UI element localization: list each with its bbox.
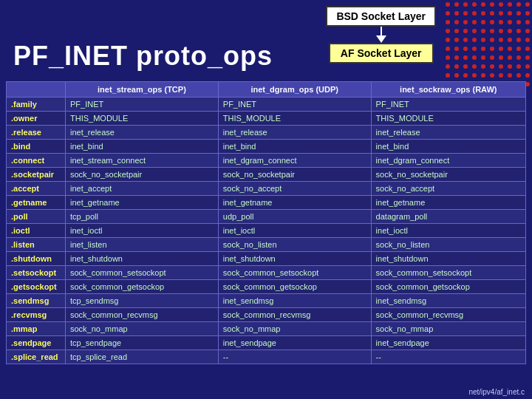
table-row: .ioctlinet_ioctlinet_ioctlinet_ioctl xyxy=(7,224,526,238)
cell-udp: udp_poll xyxy=(218,210,371,224)
table-row: .connectinet_stream_connectinet_dgram_co… xyxy=(7,154,526,168)
cell-tcp: inet_stream_connect xyxy=(66,154,219,168)
cell-udp: sock_common_getsockop xyxy=(218,280,371,294)
cell-udp: inet_dgram_connect xyxy=(218,154,371,168)
page-title: PF_INET proto_ops xyxy=(13,41,273,72)
cell-field: .setsockopt xyxy=(7,266,66,280)
cell-udp: sock_common_recvmsg xyxy=(218,308,371,322)
cell-tcp: inet_getname xyxy=(66,196,219,210)
table-row: .setsockoptsock_common_setsockoptsock_co… xyxy=(7,266,526,280)
cell-udp: sock_no_listen xyxy=(218,238,371,252)
cell-raw: inet_release xyxy=(371,126,525,140)
table-row: .splice_readtcp_splice_read---- xyxy=(7,350,526,364)
cell-tcp: tcp_sendpage xyxy=(66,336,219,350)
cell-field: .release xyxy=(7,126,66,140)
col-header-tcp: inet_stream_ops (TCP) xyxy=(66,82,219,98)
cell-udp: PF_INET xyxy=(218,98,371,112)
proto-ops-table-wrapper: inet_stream_ops (TCP) inet_dgram_ops (UD… xyxy=(6,81,526,383)
table-row: .releaseinet_releaseinet_releaseinet_rel… xyxy=(7,126,526,140)
cell-field: .poll xyxy=(7,210,66,224)
cell-field: .bind xyxy=(7,140,66,154)
cell-tcp: inet_shutdown xyxy=(66,252,219,266)
cell-udp: sock_no_socketpair xyxy=(218,168,371,182)
cell-raw: sock_common_getsockop xyxy=(371,280,525,294)
cell-raw: inet_getname xyxy=(371,196,525,210)
cell-tcp: inet_listen xyxy=(66,238,219,252)
cell-raw: sock_no_accept xyxy=(371,182,525,196)
layer-arrow xyxy=(376,27,386,43)
table-row: .mmapsock_no_mmapsock_no_mmapsock_no_mma… xyxy=(7,322,526,336)
table-row: .listeninet_listensock_no_listensock_no_… xyxy=(7,238,526,252)
cell-raw: inet_shutdown xyxy=(371,252,525,266)
layer-diagram: BSD Socket Layer AF Socket Layer xyxy=(326,6,436,64)
cell-tcp: sock_no_socketpair xyxy=(66,168,219,182)
cell-tcp: tcp_poll xyxy=(66,210,219,224)
cell-field: .socketpair xyxy=(7,168,66,182)
cell-field: .getname xyxy=(7,196,66,210)
cell-tcp: tcp_sendmsg xyxy=(66,294,219,308)
cell-udp: inet_release xyxy=(218,126,371,140)
cell-tcp: inet_accept xyxy=(66,182,219,196)
cell-field: .sendpage xyxy=(7,336,66,350)
cell-raw: sock_common_recvmsg xyxy=(371,308,525,322)
cell-tcp: tcp_splice_read xyxy=(66,350,219,364)
table-row: .familyPF_INETPF_INETPF_INET xyxy=(7,98,526,112)
cell-field: .recvmsg xyxy=(7,308,66,322)
cell-field: .shutdown xyxy=(7,252,66,266)
table-row: .polltcp_polludp_polldatagram_poll xyxy=(7,210,526,224)
cell-tcp: THIS_MODULE xyxy=(66,112,219,126)
cell-udp: inet_sendpage xyxy=(218,336,371,350)
cell-field: .getsockopt xyxy=(7,280,66,294)
cell-raw: sock_no_socketpair xyxy=(371,168,525,182)
cell-field: .connect xyxy=(7,154,66,168)
cell-tcp: sock_common_recvmsg xyxy=(66,308,219,322)
cell-udp: THIS_MODULE xyxy=(218,112,371,126)
cell-udp: sock_common_setsockopt xyxy=(218,266,371,280)
cell-raw: sock_no_listen xyxy=(371,238,525,252)
cell-raw: sock_common_setsockopt xyxy=(371,266,525,280)
cell-field: .listen xyxy=(7,238,66,252)
cell-udp: sock_no_mmap xyxy=(218,322,371,336)
cell-field: .mmap xyxy=(7,322,66,336)
cell-raw: PF_INET xyxy=(371,98,525,112)
cell-field: .splice_read xyxy=(7,350,66,364)
table-row: .acceptinet_acceptsock_no_acceptsock_no_… xyxy=(7,182,526,196)
table-row: .sendpagetcp_sendpageinet_sendpageinet_s… xyxy=(7,336,526,350)
table-row: .recvmsgsock_common_recvmsgsock_common_r… xyxy=(7,308,526,322)
table-row: .sendmsgtcp_sendmsginet_sendmsginet_send… xyxy=(7,294,526,308)
dot-grid-decoration xyxy=(443,0,532,89)
cell-raw: datagram_poll xyxy=(371,210,525,224)
cell-tcp: inet_bind xyxy=(66,140,219,154)
table-row: .ownerTHIS_MODULETHIS_MODULETHIS_MODULE xyxy=(7,112,526,126)
cell-udp: sock_no_accept xyxy=(218,182,371,196)
cell-udp: inet_ioctl xyxy=(218,224,371,238)
cell-tcp: inet_ioctl xyxy=(66,224,219,238)
cell-tcp: sock_common_setsockopt xyxy=(66,266,219,280)
cell-udp: inet_sendmsg xyxy=(218,294,371,308)
cell-tcp: inet_release xyxy=(66,126,219,140)
proto-ops-table: inet_stream_ops (TCP) inet_dgram_ops (UD… xyxy=(6,81,526,364)
cell-field: .ioctl xyxy=(7,224,66,238)
table-row: .bindinet_bindinet_bindinet_bind xyxy=(7,140,526,154)
cell-raw: inet_dgram_connect xyxy=(371,154,525,168)
cell-raw: THIS_MODULE xyxy=(371,112,525,126)
cell-field: .sendmsg xyxy=(7,294,66,308)
table-row: .socketpairsock_no_socketpairsock_no_soc… xyxy=(7,168,526,182)
col-header-field xyxy=(7,82,66,98)
cell-raw: inet_bind xyxy=(371,140,525,154)
cell-udp: inet_bind xyxy=(218,140,371,154)
cell-udp: inet_shutdown xyxy=(218,252,371,266)
cell-tcp: PF_INET xyxy=(66,98,219,112)
footer-reference: net/ipv4/af_inet.c xyxy=(468,388,525,396)
cell-raw: -- xyxy=(371,350,525,364)
cell-raw: inet_sendmsg xyxy=(371,294,525,308)
cell-raw: inet_sendpage xyxy=(371,336,525,350)
af-socket-layer-box: AF Socket Layer xyxy=(329,43,434,64)
cell-udp: -- xyxy=(218,350,371,364)
cell-tcp: sock_common_getsockop xyxy=(66,280,219,294)
cell-tcp: sock_no_mmap xyxy=(66,322,219,336)
cell-raw: inet_ioctl xyxy=(371,224,525,238)
cell-field: .accept xyxy=(7,182,66,196)
table-row: .shutdowninet_shutdowninet_shutdowninet_… xyxy=(7,252,526,266)
cell-field: .owner xyxy=(7,112,66,126)
